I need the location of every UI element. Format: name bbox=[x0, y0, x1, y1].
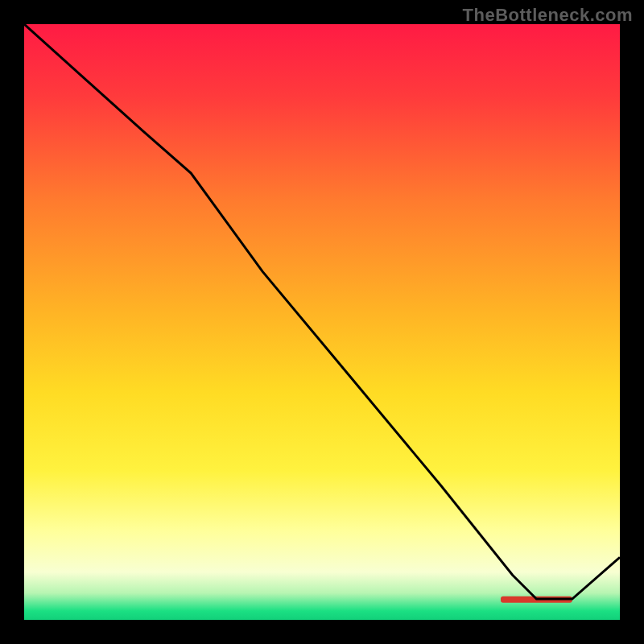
plot-area bbox=[24, 24, 620, 620]
chart-frame: TheBottleneck.com bbox=[0, 0, 644, 644]
gradient-background bbox=[24, 24, 620, 620]
chart-svg bbox=[24, 24, 620, 620]
watermark-text: TheBottleneck.com bbox=[463, 5, 633, 26]
